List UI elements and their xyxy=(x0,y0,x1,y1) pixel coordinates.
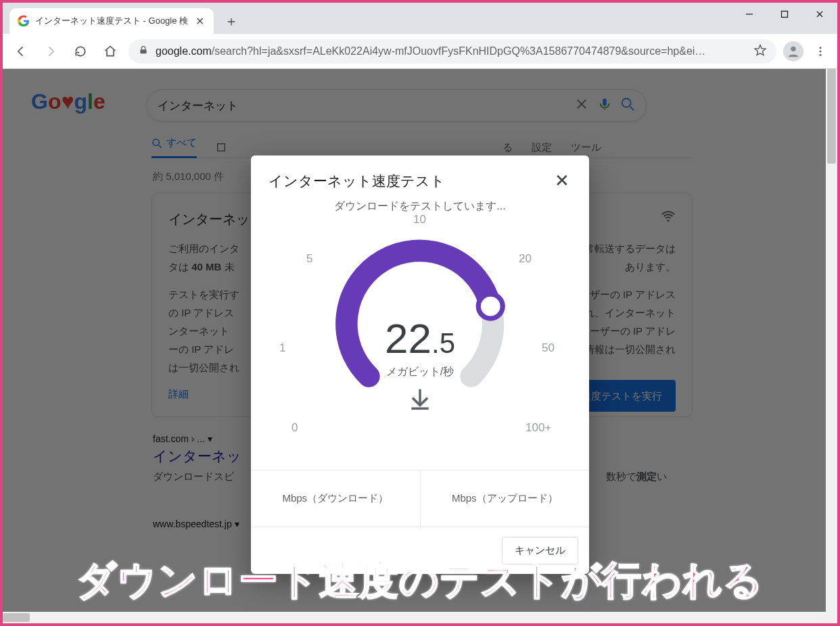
maximize-icon[interactable] xyxy=(767,3,802,26)
svg-point-19 xyxy=(478,294,503,318)
scrollbar-vertical[interactable] xyxy=(826,69,837,612)
back-button[interactable] xyxy=(9,40,32,63)
modal-close-icon[interactable]: ✕ xyxy=(553,170,571,191)
svg-point-5 xyxy=(791,46,795,51)
gauge: 0 1 5 10 20 50 100+ xyxy=(251,199,589,470)
home-button[interactable] xyxy=(99,40,122,63)
svg-point-7 xyxy=(820,50,822,52)
favicon-google xyxy=(18,15,30,27)
newtab-button[interactable]: ＋ xyxy=(220,10,242,32)
close-window-icon[interactable] xyxy=(802,3,837,26)
bookmark-star-icon[interactable] xyxy=(753,43,767,59)
tick-0: 0 xyxy=(291,421,298,435)
tab-active[interactable]: インターネット速度テスト - Google 検 ✕ xyxy=(9,8,214,34)
scrollbar-horizontal[interactable] xyxy=(3,612,837,623)
profile-avatar[interactable] xyxy=(783,41,803,62)
tick-1: 1 xyxy=(279,341,285,355)
window-controls xyxy=(732,3,837,26)
tab-close-icon[interactable]: ✕ xyxy=(193,15,206,28)
annotation-caption: ダウンロード速度のテストが行われる xyxy=(76,554,764,607)
url-text: google.com/search?hl=ja&sxsrf=ALeKk022Ai… xyxy=(156,45,747,57)
omnibox[interactable]: google.com/search?hl=ja&sxsrf=ALeKk022Ai… xyxy=(129,39,776,64)
lock-icon xyxy=(138,45,149,58)
gauge-unit: メガビット/秒 xyxy=(385,365,455,379)
modal-title: インターネット速度テスト xyxy=(269,172,445,191)
menu-icon[interactable] xyxy=(810,41,831,62)
speedtest-modal: インターネット速度テスト ✕ 0 1 5 10 20 50 100+ xyxy=(251,155,589,574)
download-arrow-icon xyxy=(385,386,455,414)
download-column: Mbps（ダウンロード） xyxy=(251,471,420,527)
tab-title: インターネット速度テスト - Google 検 xyxy=(35,15,188,27)
forward-button[interactable] xyxy=(39,40,62,63)
svg-rect-4 xyxy=(140,49,146,53)
gauge-value: 22.5 xyxy=(385,314,455,362)
minimize-icon[interactable] xyxy=(732,3,767,26)
upload-column: Mbps（アップロード） xyxy=(420,471,590,527)
svg-point-8 xyxy=(820,53,822,55)
reload-button[interactable] xyxy=(69,40,92,63)
browser-window: インターネット速度テスト - Google 検 ✕ ＋ google.com/s… xyxy=(3,3,837,623)
svg-point-6 xyxy=(820,47,822,49)
titlebar: インターネット速度テスト - Google 検 ✕ ＋ xyxy=(3,3,837,34)
tick-50: 50 xyxy=(542,341,555,355)
svg-rect-1 xyxy=(782,11,788,18)
address-bar: google.com/search?hl=ja&sxsrf=ALeKk022Ai… xyxy=(3,34,837,69)
viewport: Go♥gle インターネット すべて る xyxy=(3,69,837,623)
